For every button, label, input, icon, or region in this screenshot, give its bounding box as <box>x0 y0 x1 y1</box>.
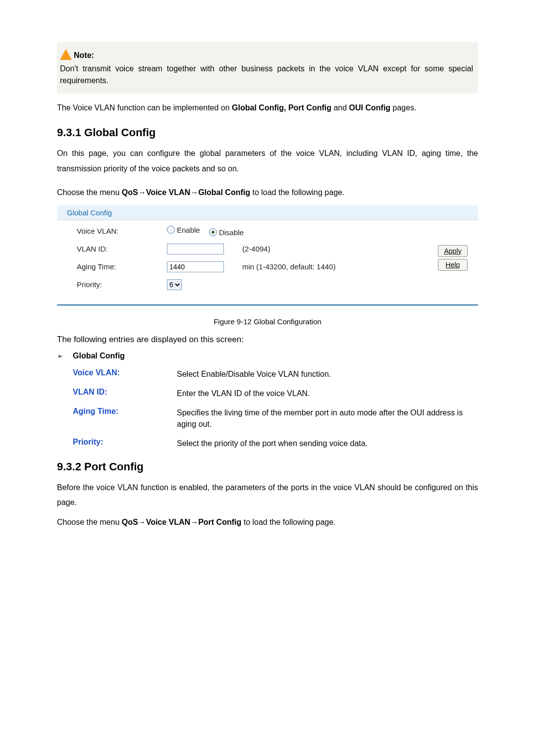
radio-icon <box>209 228 217 236</box>
section2-p2c: to load the following page. <box>241 518 335 526</box>
def-row: Aging Time: Specifies the living time of… <box>73 407 478 430</box>
section2-p2: Choose the menu QoS→Voice VLAN→Port Conf… <box>57 515 478 530</box>
def-row: Priority: Select the priority of the por… <box>73 438 478 449</box>
vlan-id-input[interactable] <box>167 244 224 254</box>
aging-time-hint: min (1-43200, default: 1440) <box>239 258 428 276</box>
radio-enable-label: Enable <box>177 226 200 234</box>
apply-button[interactable]: Apply <box>438 245 468 257</box>
section-heading-port-config: 9.3.2 Port Config <box>57 460 478 473</box>
aging-time-input[interactable] <box>167 261 224 272</box>
label-priority: Priority: <box>57 276 164 294</box>
label-aging-time: Aging Time: <box>57 258 164 276</box>
intro-text-d: OUI Config <box>349 103 391 112</box>
def-desc: Select the priority of the port when sen… <box>177 438 478 449</box>
section1-p2c: to load the following page. <box>250 188 344 197</box>
section2-p1: Before the voice VLAN function is enable… <box>57 480 478 510</box>
note-label: Note: <box>74 51 94 60</box>
help-button[interactable]: Help <box>438 259 468 271</box>
radio-enable[interactable]: Enable <box>167 226 200 234</box>
radio-disable[interactable]: Disable <box>209 228 244 237</box>
bullet-icon: ➢ <box>57 352 63 360</box>
intro-text-b: Global Config, Port Config <box>232 103 331 112</box>
def-term-priority: Priority: <box>73 438 177 449</box>
intro-text-e: pages. <box>390 103 416 112</box>
section1-p2a: Choose the menu <box>57 188 122 197</box>
def-row: VLAN ID: Enter the VLAN ID of the voice … <box>73 388 478 399</box>
warning-icon <box>60 49 72 60</box>
bullet-label: Global Config <box>73 352 125 360</box>
def-row: Voice VLAN: Select Enable/Disable Voice … <box>73 368 478 380</box>
note-body: Don't transmit voice stream together wit… <box>60 63 473 87</box>
intro-text-a: The Voice VLAN function can be implement… <box>57 103 232 112</box>
def-term-vlan-id: VLAN ID: <box>73 388 177 399</box>
def-desc: Select Enable/Disable Voice VLAN functio… <box>177 368 478 380</box>
section1-p2b: QoS→Voice VLAN→Global Config <box>122 188 250 197</box>
panel-title: Global Config <box>57 205 478 220</box>
section-heading-global-config: 9.3.1 Global Config <box>57 126 478 139</box>
def-desc: Specifies the living time of the member … <box>177 407 478 430</box>
figure-caption: Figure 9-12 Global Configuration <box>57 317 478 326</box>
intro-paragraph: The Voice VLAN function can be implement… <box>57 101 478 115</box>
label-voice-vlan: Voice VLAN: <box>57 222 164 240</box>
section1-p1: On this page, you can configure the glob… <box>57 146 478 176</box>
section1-p2: Choose the menu QoS→Voice VLAN→Global Co… <box>57 185 478 200</box>
section2-p2a: Choose the menu <box>57 518 122 526</box>
bullet-global-config: ➢ Global Config <box>57 352 478 360</box>
def-term-voice-vlan: Voice VLAN: <box>73 368 177 380</box>
label-vlan-id: VLAN ID: <box>57 240 164 258</box>
definition-list: Voice VLAN: Select Enable/Disable Voice … <box>73 368 478 450</box>
note-box: Note: Don't transmit voice stream togeth… <box>57 42 478 94</box>
def-desc: Enter the VLAN ID of the voice VLAN. <box>177 388 478 399</box>
entries-intro: The following entries are displayed on t… <box>57 335 478 345</box>
radio-disable-label: Disable <box>219 228 244 237</box>
section2-p2b: QoS→Voice VLAN→Port Config <box>122 518 241 526</box>
intro-text-c: and <box>331 103 349 112</box>
priority-select[interactable]: 6 <box>167 279 182 290</box>
global-config-panel: Global Config Voice VLAN: Enable Disable… <box>57 205 478 305</box>
def-term-aging-time: Aging Time: <box>73 407 177 430</box>
vlan-id-hint: (2-4094) <box>239 240 428 258</box>
radio-icon <box>167 226 175 234</box>
